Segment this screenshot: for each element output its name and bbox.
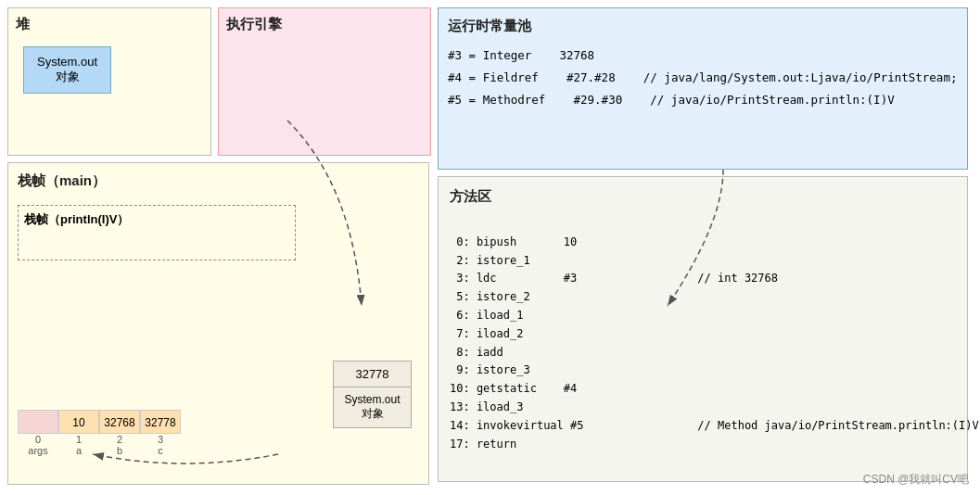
runtime-entry-1: #4 = Fieldref #27.#28 // java/lang/Syste… <box>448 67 958 89</box>
inner-frame-label: 栈帧（println(I)V） <box>24 211 289 228</box>
heap-object-box: System.out 对象 <box>23 46 111 94</box>
lv-val-2: 32768 <box>99 410 140 434</box>
runtime-pool-section: 运行时常量池 #3 = Integer 32768 #4 = Fieldref … <box>438 7 968 170</box>
inner-frame: 栈帧（println(I)V） <box>18 205 296 260</box>
lv-lbl-2: b <box>99 445 140 456</box>
engine-title: 执行引擎 <box>226 16 423 33</box>
engine-section: 执行引擎 <box>218 7 431 156</box>
stack-title: 栈帧（main） <box>18 172 419 190</box>
lv-idx-3: 3 <box>140 434 181 445</box>
lv-idx-1: 1 <box>58 434 99 445</box>
stack-section: 栈帧（main） 栈帧（println(I)V） 10 32768 32778 … <box>7 162 429 485</box>
runtime-entry-0: #3 = Integer 32768 <box>448 44 958 67</box>
local-var-table: 10 32768 32778 0 1 2 3 args a b c <box>18 410 181 456</box>
heap-section: 堆 System.out 对象 <box>7 7 211 156</box>
lv-lbl-0: args <box>18 445 58 456</box>
heap-object-line2: 对象 <box>37 69 97 85</box>
heap-object-line1: System.out <box>37 55 97 69</box>
lv-idx-2: 2 <box>99 434 140 445</box>
heap-title: 堆 <box>16 16 203 33</box>
lv-val-3: 32778 <box>140 410 181 434</box>
lv-label-row: args a b c <box>18 445 181 456</box>
page-wrapper: 堆 System.out 对象 执行引擎 运行时常量池 #3 = Integer… <box>0 0 980 495</box>
watermark: CSDN @我就叫CV吧 <box>863 472 969 488</box>
lv-val-1: 10 <box>58 410 99 434</box>
runtime-title: 运行时常量池 <box>448 18 958 35</box>
lv-idx-0: 0 <box>18 434 58 445</box>
lv-lbl-1: a <box>58 445 99 456</box>
lv-index-row: 0 1 2 3 <box>18 434 181 445</box>
lv-lbl-3: c <box>140 445 181 456</box>
method-section: 方法区 0: bipush 10 2: istore_1 3: ldc #3 /… <box>438 176 968 482</box>
runtime-entry-2: #5 = Methodref #29.#30 // java/io/PrintS… <box>448 89 958 111</box>
method-code: 0: bipush 10 2: istore_1 3: ldc #3 // in… <box>450 215 956 453</box>
lv-values-row: 10 32768 32778 <box>18 410 181 434</box>
lv-val-0 <box>18 410 58 434</box>
operand-value: 32778 <box>334 362 411 387</box>
method-title: 方法区 <box>450 188 956 206</box>
operand-label: System.out 对象 <box>334 387 411 427</box>
runtime-entries: #3 = Integer 32768 #4 = Fieldref #27.#28… <box>448 44 958 110</box>
operand-stack: 32778 System.out 对象 <box>333 361 412 428</box>
